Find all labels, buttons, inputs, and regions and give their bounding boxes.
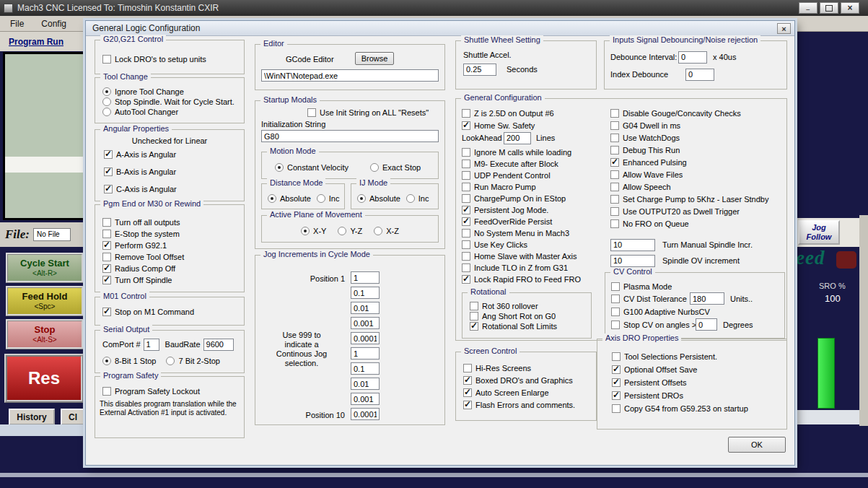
checkbox-icon[interactable] [462, 252, 470, 261]
tab-program-run[interactable]: Program Run [9, 37, 63, 47]
checkbox-run-macro-pump[interactable]: Run Macro Pump [462, 181, 581, 192]
checkbox-use-init-string-on-all-resets[interactable]: Use Init String on ALL "Resets" [307, 107, 429, 118]
radio-icon[interactable] [370, 163, 379, 172]
checkbox-allow-speech[interactable]: Allow Speech [610, 181, 768, 192]
checkbox-hi-res-screens[interactable]: Hi-Res Screens [463, 362, 596, 373]
checkbox-icon[interactable] [462, 217, 470, 226]
gcode-editor-path-input[interactable] [261, 69, 439, 82]
checkbox-icon[interactable] [462, 194, 470, 203]
checkbox-flash-errors-and-comments[interactable]: Flash Errors and comments. [463, 399, 596, 410]
spindle-slider-bar[interactable] [817, 338, 835, 409]
checkbox-icon[interactable] [102, 387, 111, 396]
radio-icon[interactable] [338, 227, 346, 235]
checkbox-set-charge-pump-to-5khz-laser-stndby[interactable]: Set Charge Pump to 5Khz - Laser Stndby [610, 193, 768, 204]
radio-x-y[interactable]: X-Y [301, 225, 326, 236]
jog-increment-input-0-1[interactable] [351, 287, 380, 299]
checkbox-icon[interactable] [462, 121, 470, 130]
checkbox-icon[interactable] [104, 185, 113, 193]
feed-hold-button[interactable]: Feed Hold <Spc> [6, 286, 84, 316]
checkbox-persistent-dros[interactable]: Persistent DROs [612, 390, 786, 401]
radio-icon[interactable] [102, 87, 111, 96]
checkbox-icon[interactable] [462, 171, 470, 180]
stop-cv-angles-input[interactable] [696, 318, 717, 331]
checkbox-icon[interactable] [462, 183, 470, 191]
checkbox-icon[interactable] [462, 160, 470, 168]
checkbox-icon[interactable] [610, 195, 619, 204]
checkbox-icon[interactable] [462, 275, 470, 284]
checkbox-icon[interactable] [462, 206, 470, 214]
checkbox-debug-this-run[interactable]: Debug This Run [610, 144, 768, 155]
checkbox-icon[interactable] [462, 148, 470, 157]
checkbox-icon[interactable] [104, 150, 113, 159]
checkbox-lock-rapid-fro-to-feed-fro[interactable]: Lock Rapid FRO to Feed FRO [462, 274, 581, 284]
radio-icon[interactable] [406, 194, 415, 203]
radio-icon[interactable] [275, 163, 284, 172]
radio-absolute[interactable]: Absolute [357, 193, 400, 204]
checkbox-cv-dist-tolerance[interactable]: CV Dist Tolerance Units.. [611, 293, 753, 304]
checkbox-icon[interactable] [463, 376, 472, 385]
checkbox-icon[interactable] [463, 364, 472, 372]
radio-absolute[interactable]: Absolute [268, 193, 311, 204]
radio-icon[interactable] [374, 227, 382, 235]
dialog-close-icon[interactable] [777, 23, 791, 34]
checkbox-icon[interactable] [102, 55, 111, 64]
radio-x-z[interactable]: X-Z [374, 225, 399, 236]
checkbox-icon[interactable] [463, 401, 472, 409]
reset-button[interactable]: Res [4, 354, 84, 403]
main-titlebar[interactable]: Mach3 CNC Licensed To: Timoshin Konstant… [0, 0, 868, 16]
jog-increment-input-1[interactable] [351, 271, 380, 284]
checkbox-icon[interactable] [611, 282, 620, 291]
jog-increment-input-0-01[interactable] [351, 378, 380, 390]
checkbox-icon[interactable] [612, 352, 621, 361]
jog-increment-input-0-001[interactable] [351, 393, 380, 405]
cv-dist-tolerance-input[interactable] [690, 292, 724, 305]
checkbox-turn-off-spindle[interactable]: Turn Off Spindle [102, 274, 244, 285]
checkbox-radius-comp-off[interactable]: Radius Comp Off [102, 263, 244, 274]
stop-button[interactable]: Stop <Alt-S> [6, 319, 84, 349]
radio-icon[interactable] [301, 227, 310, 235]
checkbox-auto-screen-enlarge[interactable]: Auto Screen Enlarge [463, 387, 596, 398]
checkbox-g100-adaptive-nurbscv[interactable]: G100 Adaptive NurbsCV [611, 306, 710, 317]
checkbox-icon[interactable] [610, 109, 619, 118]
radio-inc[interactable]: Inc [406, 193, 429, 204]
checkbox-udp-pendent-control[interactable]: UDP Pendent Control [462, 170, 581, 180]
checkbox-icon[interactable] [610, 158, 619, 167]
ok-button[interactable]: OK [728, 437, 786, 453]
radio-inc[interactable]: Inc [317, 193, 340, 204]
checkbox-icon[interactable] [612, 404, 621, 413]
browse-button[interactable]: Browse [355, 52, 394, 65]
checkbox-feedoverride-persist[interactable]: FeedOverRide Persist [462, 216, 581, 227]
clipped-button[interactable]: Cl [61, 409, 85, 425]
lookahead-input[interactable] [504, 132, 531, 144]
checkbox-icon[interactable] [610, 207, 619, 216]
checkbox-persistent-offsets[interactable]: Persistent Offsets [612, 377, 786, 388]
radio-icon[interactable] [357, 194, 366, 203]
checkbox-stop-cv-on-angles[interactable]: Stop CV on angles > Degrees [611, 319, 753, 330]
checkbox-icon[interactable] [462, 240, 470, 249]
radio-icon[interactable] [166, 357, 175, 365]
checkbox-icon[interactable] [610, 121, 619, 130]
radio-icon[interactable] [268, 194, 276, 203]
checkbox-enhanced-pulsing[interactable]: Enhanced Pulsing [610, 157, 768, 167]
checkbox-rotational-soft-limits[interactable]: Rotational Soft Limits [470, 321, 591, 331]
checkbox-icon[interactable] [102, 264, 111, 273]
checkbox-e-stop-the-system[interactable]: E-Stop the system [102, 228, 244, 239]
checkbox-ignore-m-calls-while-loading[interactable]: Ignore M calls while loading [462, 147, 581, 157]
radio-8-bit-1-stop[interactable]: 8-Bit 1 Stop [102, 355, 156, 366]
jog-follow-button[interactable]: Jog Follow [798, 220, 840, 245]
checkbox-a-axis-is-angular[interactable]: A-Axis is Angular [104, 149, 244, 160]
checkbox-icon[interactable] [470, 312, 478, 321]
checkbox-no-system-menu-in-mach3[interactable]: No System Menu in Mach3 [462, 227, 581, 238]
checkbox-home-sw-safety[interactable]: Home Sw. Safety [462, 120, 554, 131]
checkbox-chargepump-on-in-estop[interactable]: ChargePump On in EStop [462, 193, 581, 204]
checkbox-icon[interactable] [612, 391, 621, 400]
jog-increment-input-0-0001[interactable] [351, 332, 380, 344]
checkbox-copy-g54-from-g59-253-on-startup[interactable]: Copy G54 from G59.253 on startup [612, 403, 786, 414]
checkbox-icon[interactable] [611, 321, 620, 329]
maximize-icon[interactable] [820, 2, 838, 14]
checkbox-icon[interactable] [470, 302, 478, 310]
checkbox-icon[interactable] [611, 295, 620, 303]
checkbox-persistent-jog-mode[interactable]: Persistent Jog Mode. [462, 204, 581, 215]
checkbox-boxed-dro-s-and-graphics[interactable]: Boxed DRO's and Graphics [463, 375, 596, 385]
jog-increment-input-0-01[interactable] [351, 302, 380, 314]
